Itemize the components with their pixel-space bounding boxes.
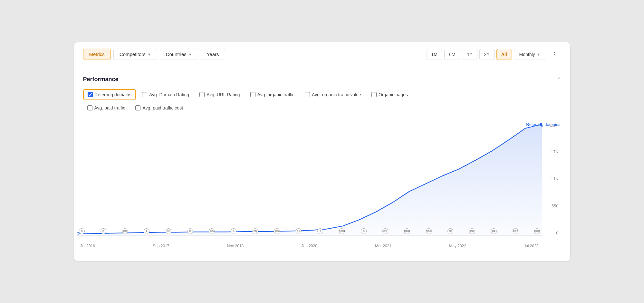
- dp-21: CC2: [513, 228, 518, 234]
- dp-14: G: [361, 228, 367, 234]
- chart-svg: [77, 123, 542, 235]
- dp-2: G: [101, 228, 106, 234]
- chevron-down-icon: ▼: [148, 52, 151, 56]
- y-label-11k: 1.1K: [550, 176, 559, 181]
- chart-area: [77, 124, 542, 235]
- performance-section: Performance ⌃ Referring domainsAvg. Doma…: [74, 67, 570, 113]
- time-btn-6m[interactable]: 6M: [444, 49, 460, 60]
- metric-label-avg-url-rating: Avg. URL Rating: [207, 92, 240, 97]
- performance-header: Performance ⌃: [83, 76, 561, 83]
- x-label-4: Jan 2020: [301, 244, 317, 248]
- metric-avg-domain-rating[interactable]: Avg. Domain Rating: [138, 90, 193, 100]
- collapse-icon[interactable]: ⌃: [557, 76, 561, 82]
- y-axis: 2.2K 1.7K 1.1K 550 0: [550, 123, 559, 235]
- checkbox-avg-paid-traffic[interactable]: [87, 105, 92, 110]
- y-label-0: 0: [556, 231, 558, 235]
- metric-label-organic-pages: Organic pages: [379, 92, 408, 97]
- toolbar-right: 1M6M1Y2YAllMonthly▼⋮: [427, 48, 561, 61]
- data-point-last: [540, 123, 542, 126]
- checkbox-avg-domain-rating[interactable]: [142, 92, 147, 97]
- x-axis: Jul 2016 Sep 2017 Nov 2018 Jan 2020 Mar …: [77, 244, 542, 248]
- metric-label-avg-paid-traffic-cost: Avg. paid traffic cost: [142, 105, 183, 110]
- time-btn-1y[interactable]: 1Y: [462, 49, 477, 60]
- monthly-label: Monthly: [519, 52, 535, 57]
- metric-label-avg-domain-rating: Avg. Domain Rating: [149, 92, 189, 97]
- metric-avg-url-rating[interactable]: Avg. URL Rating: [195, 90, 244, 100]
- metrics-row-2: Avg. paid trafficAvg. paid traffic cost: [83, 103, 561, 113]
- more-options-button[interactable]: ⋮: [548, 48, 561, 61]
- checkbox-avg-url-rating[interactable]: [199, 92, 205, 97]
- toolbar-left: MetricsCompetitors▼Countries▼Years: [83, 49, 225, 60]
- metric-organic-pages[interactable]: Organic pages: [367, 90, 412, 100]
- performance-title: Performance: [83, 76, 119, 83]
- x-label-2: Sep 2017: [153, 244, 169, 248]
- metric-referring-domains[interactable]: Referring domains: [83, 89, 136, 100]
- x-label-6: May 2022: [449, 244, 466, 248]
- x-label-3: Nov 2018: [227, 244, 244, 248]
- metric-avg-paid-traffic[interactable]: Avg. paid traffic: [83, 103, 130, 113]
- dp-6: G: [187, 228, 193, 234]
- dp-16: CGG: [404, 228, 410, 234]
- tab-metrics[interactable]: Metrics: [83, 49, 111, 60]
- dp-13: CCC2: [339, 228, 345, 234]
- dp-8: G: [231, 228, 236, 234]
- dp-20: G2: [491, 228, 497, 234]
- checkbox-avg-paid-traffic-cost[interactable]: [135, 105, 140, 110]
- x-label-1: Jul 2016: [81, 244, 95, 248]
- metric-label-avg-organic-traffic-value: Avg. organic traffic value: [312, 92, 361, 97]
- datapoints-row: G G CG 2 CG G CG G 2G CG GG 2 CCC2 G GG …: [77, 228, 542, 234]
- metric-label-avg-organic-traffic: Avg. organic traffic: [257, 92, 294, 97]
- chart-inner: 2.2K 1.7K 1.1K 550 0 Jul 2016 Sep 2017 N…: [77, 123, 561, 248]
- dp-18: 3G: [447, 228, 453, 234]
- dp-5: CG: [166, 228, 171, 234]
- chevron-down-icon: ▼: [537, 52, 541, 56]
- dp-19: GG: [469, 228, 475, 234]
- dp-10: CG: [274, 228, 280, 234]
- dp-11: GG: [296, 228, 302, 234]
- dp-7: CG: [209, 228, 215, 234]
- dp-12: 2: [317, 228, 323, 234]
- x-label-5: Mar 2021: [375, 244, 391, 248]
- chevron-down-icon: ▼: [188, 52, 192, 56]
- time-btn-2y[interactable]: 2Y: [479, 49, 495, 60]
- monthly-button[interactable]: Monthly▼: [514, 49, 546, 60]
- y-label-550: 550: [552, 204, 559, 208]
- dp-15: GG: [382, 228, 388, 234]
- grid-line-5: [77, 235, 542, 236]
- toolbar: MetricsCompetitors▼Countries▼Years 1M6M1…: [74, 42, 570, 67]
- chart-container: Referring domains: [74, 119, 570, 261]
- dp-1: G: [79, 228, 85, 234]
- time-btn-1m[interactable]: 1M: [427, 49, 442, 60]
- metric-avg-organic-traffic[interactable]: Avg. organic traffic: [246, 90, 299, 100]
- dp-4: 2: [144, 228, 149, 234]
- checkbox-referring-domains[interactable]: [88, 92, 93, 97]
- checkbox-avg-organic-traffic[interactable]: [250, 92, 255, 97]
- y-label-17k: 1.7K: [550, 149, 559, 154]
- x-label-7: Jul 2023: [524, 244, 538, 248]
- tab-countries[interactable]: Countries▼: [160, 49, 198, 60]
- metric-label-avg-paid-traffic: Avg. paid traffic: [94, 105, 125, 110]
- y-label-22k: 2.2K: [550, 123, 559, 128]
- tab-competitors[interactable]: Competitors▼: [113, 49, 157, 60]
- time-btn-all[interactable]: All: [496, 49, 512, 60]
- dp-3: CG: [122, 228, 128, 234]
- checkbox-organic-pages[interactable]: [371, 92, 377, 97]
- metric-avg-paid-traffic-cost[interactable]: Avg. paid traffic cost: [131, 103, 187, 113]
- main-card: MetricsCompetitors▼Countries▼Years 1M6M1…: [74, 42, 570, 261]
- more-dots-icon: ⋮: [551, 51, 558, 58]
- metric-avg-organic-traffic-value[interactable]: Avg. organic traffic value: [301, 90, 365, 100]
- checkbox-avg-organic-traffic-value[interactable]: [305, 92, 310, 97]
- dp-22: CCG: [534, 228, 540, 234]
- dp-17: 5G2: [426, 228, 432, 234]
- metric-label-referring-domains: Referring domains: [95, 92, 131, 97]
- dp-9: 2G: [252, 228, 258, 234]
- tab-years[interactable]: Years: [201, 49, 225, 60]
- metrics-row-1: Referring domainsAvg. Domain RatingAvg. …: [83, 89, 561, 100]
